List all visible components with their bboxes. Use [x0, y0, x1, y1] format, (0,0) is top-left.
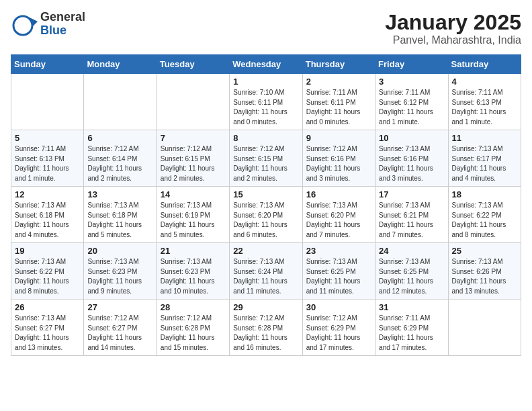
day-detail-line: Sunset: 6:15 PM: [233, 154, 298, 165]
day-detail-line: Sunrise: 7:12 AM: [306, 144, 371, 154]
calendar-week-3: 12Sunrise: 7:13 AMSunset: 6:18 PMDayligh…: [11, 187, 521, 243]
day-detail-line: Sunset: 6:29 PM: [306, 324, 371, 334]
day-detail-line: Daylight: 11 hours: [306, 164, 371, 174]
day-number: 20: [87, 246, 152, 256]
day-detail-line: and 8 minutes.: [15, 287, 80, 297]
day-detail: Sunrise: 7:12 AMSunset: 6:27 PMDaylight:…: [87, 314, 152, 353]
day-detail: Sunrise: 7:13 AMSunset: 6:23 PMDaylight:…: [87, 257, 152, 296]
day-detail-line: Sunrise: 7:13 AM: [87, 257, 152, 267]
day-detail-line: Sunset: 6:26 PM: [452, 267, 517, 277]
day-detail-line: Sunset: 6:20 PM: [306, 211, 371, 221]
day-detail-line: Sunrise: 7:12 AM: [161, 144, 226, 154]
day-detail-line: Sunset: 6:29 PM: [379, 324, 444, 334]
day-detail: Sunrise: 7:13 AMSunset: 6:19 PMDaylight:…: [161, 201, 226, 240]
weekday-header-thursday: Thursday: [302, 55, 375, 74]
calendar-day-8: 8Sunrise: 7:12 AMSunset: 6:15 PMDaylight…: [230, 130, 302, 187]
calendar-day-10: 10Sunrise: 7:13 AMSunset: 6:16 PMDayligh…: [375, 130, 448, 187]
day-detail-line: Daylight: 11 hours: [306, 107, 371, 118]
day-number: 12: [15, 189, 80, 199]
day-number: 26: [15, 302, 80, 312]
day-detail-line: Sunrise: 7:13 AM: [379, 201, 444, 211]
day-detail-line: Sunrise: 7:13 AM: [15, 257, 80, 267]
day-number: 30: [306, 302, 371, 312]
day-detail-line: Sunset: 6:25 PM: [306, 267, 371, 277]
day-detail-line: Daylight: 11 hours: [161, 333, 226, 343]
day-detail-line: Daylight: 11 hours: [87, 333, 152, 343]
day-detail-line: Sunset: 6:24 PM: [233, 267, 298, 277]
day-detail-line: and 11 minutes.: [233, 287, 298, 297]
day-detail-line: Sunrise: 7:12 AM: [87, 314, 152, 324]
page-title: January 2025: [385, 11, 521, 34]
day-detail-line: and 1 minute.: [379, 118, 444, 128]
title-section: January 2025 Panvel, Maharashtra, India: [385, 11, 521, 46]
day-detail-line: and 13 minutes.: [15, 343, 80, 353]
weekday-header-sunday: Sunday: [11, 55, 84, 74]
calendar-empty-cell: [157, 74, 229, 130]
day-number: 5: [15, 133, 80, 143]
day-number: 24: [379, 246, 444, 256]
day-detail-line: Daylight: 11 hours: [379, 164, 444, 174]
day-detail: Sunrise: 7:12 AMSunset: 6:16 PMDaylight:…: [306, 144, 371, 183]
day-detail: Sunrise: 7:11 AMSunset: 6:11 PMDaylight:…: [306, 88, 371, 127]
day-detail-line: Sunrise: 7:12 AM: [233, 314, 298, 324]
day-detail-line: and 16 minutes.: [233, 343, 298, 353]
day-detail-line: Sunrise: 7:13 AM: [452, 201, 517, 211]
day-detail-line: Sunrise: 7:12 AM: [161, 314, 226, 324]
day-detail-line: and 11 minutes.: [306, 287, 371, 297]
day-detail-line: Sunset: 6:15 PM: [161, 154, 226, 165]
calendar-day-21: 21Sunrise: 7:13 AMSunset: 6:23 PMDayligh…: [157, 243, 229, 300]
day-detail-line: and 2 minutes.: [161, 174, 226, 184]
day-number: 11: [452, 133, 517, 143]
calendar-day-17: 17Sunrise: 7:13 AMSunset: 6:21 PMDayligh…: [375, 187, 448, 243]
day-detail-line: Daylight: 11 hours: [161, 164, 226, 174]
calendar-day-7: 7Sunrise: 7:12 AMSunset: 6:15 PMDaylight…: [157, 130, 229, 187]
day-detail-line: Sunrise: 7:13 AM: [87, 201, 152, 211]
day-detail: Sunrise: 7:13 AMSunset: 6:18 PMDaylight:…: [15, 201, 80, 240]
day-detail-line: Sunset: 6:18 PM: [87, 211, 152, 221]
calendar-day-15: 15Sunrise: 7:13 AMSunset: 6:20 PMDayligh…: [230, 187, 302, 243]
day-detail-line: Sunset: 6:14 PM: [87, 154, 152, 165]
day-detail-line: Sunset: 6:18 PM: [15, 211, 80, 221]
day-detail-line: Sunset: 6:12 PM: [379, 98, 444, 108]
day-number: 1: [233, 77, 298, 87]
calendar-day-31: 31Sunrise: 7:11 AMSunset: 6:29 PMDayligh…: [375, 300, 448, 356]
day-number: 23: [306, 246, 371, 256]
day-detail-line: and 12 minutes.: [379, 287, 444, 297]
day-number: 31: [379, 302, 444, 312]
day-detail-line: Sunrise: 7:13 AM: [15, 201, 80, 211]
calendar-day-25: 25Sunrise: 7:13 AMSunset: 6:26 PMDayligh…: [448, 243, 521, 300]
day-detail-line: Sunrise: 7:13 AM: [379, 144, 444, 154]
day-detail-line: Sunrise: 7:11 AM: [306, 88, 371, 98]
day-detail: Sunrise: 7:12 AMSunset: 6:29 PMDaylight:…: [306, 314, 371, 353]
day-detail-line: Sunrise: 7:11 AM: [379, 314, 444, 324]
day-detail-line: Daylight: 11 hours: [161, 220, 226, 230]
day-detail-line: Sunrise: 7:13 AM: [306, 257, 371, 267]
day-detail-line: and 3 minutes.: [379, 174, 444, 184]
calendar-empty-cell: [11, 74, 84, 130]
day-detail-line: Sunset: 6:28 PM: [161, 324, 226, 334]
day-detail-line: Sunrise: 7:10 AM: [233, 88, 298, 98]
calendar-day-11: 11Sunrise: 7:13 AMSunset: 6:17 PMDayligh…: [448, 130, 521, 187]
day-number: 18: [452, 189, 517, 199]
day-number: 8: [233, 133, 298, 143]
day-detail-line: Daylight: 11 hours: [452, 164, 517, 174]
calendar-day-28: 28Sunrise: 7:12 AMSunset: 6:28 PMDayligh…: [157, 300, 229, 356]
day-detail: Sunrise: 7:11 AMSunset: 6:29 PMDaylight:…: [379, 314, 444, 353]
day-detail-line: and 3 minutes.: [306, 174, 371, 184]
calendar-day-14: 14Sunrise: 7:13 AMSunset: 6:19 PMDayligh…: [157, 187, 229, 243]
day-detail-line: Sunset: 6:16 PM: [306, 154, 371, 165]
day-detail: Sunrise: 7:11 AMSunset: 6:13 PMDaylight:…: [15, 144, 80, 183]
day-detail: Sunrise: 7:12 AMSunset: 6:15 PMDaylight:…: [233, 144, 298, 183]
day-detail-line: and 4 minutes.: [15, 230, 80, 240]
day-detail-line: Sunset: 6:20 PM: [233, 211, 298, 221]
calendar-day-2: 2Sunrise: 7:11 AMSunset: 6:11 PMDaylight…: [302, 74, 375, 130]
day-detail-line: and 4 minutes.: [452, 174, 517, 184]
day-number: 2: [306, 77, 371, 87]
day-detail-line: Daylight: 11 hours: [87, 164, 152, 174]
calendar-week-4: 19Sunrise: 7:13 AMSunset: 6:22 PMDayligh…: [11, 243, 521, 300]
day-detail-line: Sunrise: 7:12 AM: [306, 314, 371, 324]
day-detail-line: and 6 minutes.: [233, 230, 298, 240]
day-detail: Sunrise: 7:12 AMSunset: 6:28 PMDaylight:…: [161, 314, 226, 353]
weekday-header-wednesday: Wednesday: [230, 55, 302, 74]
day-detail-line: Sunset: 6:16 PM: [379, 154, 444, 165]
